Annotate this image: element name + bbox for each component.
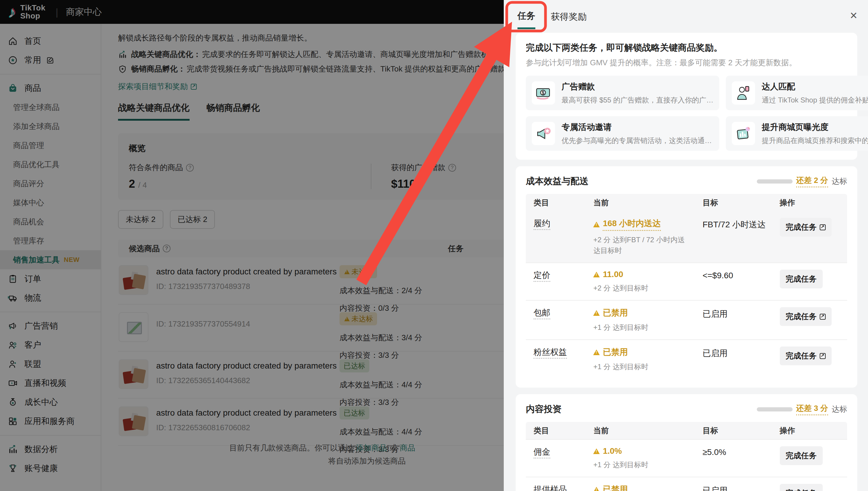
table-row: 佣金 1.0% +1 分 达到目标时 ≥5.0% 完成任务 [526, 439, 847, 477]
reward-card[interactable]: 达人匹配 通过 TikTok Shop 提供的佣金补贴、免费样品… [726, 76, 868, 110]
cost-delivery-table: 类目 当前 目标 操作 履约 168 小时内送达 +2 分 达到FBT / 72… [526, 194, 847, 379]
current-value: 已禁用 [603, 484, 628, 491]
points-hint: +2 分 达到目标时 [593, 283, 692, 293]
reward-description: 最高可获得 $55 的广告赠款，直接存入你的广… [562, 95, 713, 105]
table-header: 类目 当前 目标 操作 [526, 194, 847, 211]
complete-task-button[interactable]: 完成任务 [780, 218, 832, 236]
task-drawer: 任务 获得奖励 × 完成以下两类任务，即可解锁战略关键商品奖励。 参与此计划可增… [504, 0, 868, 491]
reward-icon [732, 122, 755, 145]
points-gap-link[interactable]: 还差 3 分 [796, 403, 828, 415]
points-hint: +1 分 达到目标时 [593, 459, 692, 470]
table-row: 包邮 已禁用 +1 分 达到目标时 已启用 完成任务 [526, 300, 847, 339]
current-value: 168 小时内送达 [603, 218, 661, 231]
reward-icon [532, 122, 555, 145]
points-hint: +1 分 达到目标时 [593, 362, 692, 372]
table-row: 粉丝权益 已禁用 +1 分 达到目标时 已启用 完成任务 [526, 339, 847, 379]
reward-card[interactable]: $ 广告赠款 最高可获得 $55 的广告赠款，直接存入你的广… [526, 76, 719, 110]
close-icon[interactable]: × [850, 9, 857, 22]
progress-bar [757, 407, 792, 411]
external-link-icon [820, 314, 826, 320]
table-row: 定价 11.00 +2 分 达到目标时 <=$9.60 完成任务 [526, 262, 847, 300]
warning-icon [593, 222, 600, 227]
complete-task-button[interactable]: 完成任务 [780, 270, 823, 288]
points-hint: +2 分 达到FBT / 72 小时内送达目标时 [593, 234, 692, 256]
warning-icon [593, 449, 600, 454]
reward-description: 优先参与高曝光的专属营销活动，这类活动通… [562, 136, 712, 145]
target-value: 已启用 [703, 347, 780, 359]
current-value: 11.00 [603, 270, 623, 279]
reward-title: 专属活动邀请 [562, 121, 712, 133]
warning-icon [593, 487, 600, 491]
reward-cards: $ 广告赠款 最高可获得 $55 的广告赠款，直接存入你的广… 达人匹配 通过 … [526, 76, 847, 151]
table-header: 类目 当前 目标 操作 [526, 422, 847, 439]
section-content-investment: 内容投资 还差 3 分 达标 类目 当前 目标 操作 [516, 394, 857, 491]
target-value: FBT/72 小时送达 [703, 218, 780, 230]
external-link-icon [820, 224, 826, 230]
table-row: 提供样品 已禁用 +1 分 达到目标时 已启用 完成任务 [526, 477, 847, 491]
reward-icon [732, 81, 755, 105]
category-label[interactable]: 提供样品 [534, 485, 567, 491]
section-title: 成本效益与配送 [526, 175, 588, 187]
section-cost-delivery: 成本效益与配送 还差 2 分 达标 类目 当前 目标 操作 [516, 166, 857, 387]
target-value: 已启用 [703, 307, 780, 320]
current-value: 已禁用 [603, 307, 628, 318]
section-title: 内容投资 [526, 403, 562, 415]
reward-title: 广告赠款 [562, 81, 713, 92]
category-label[interactable]: 佣金 [534, 447, 550, 459]
modal-dim-overlay[interactable] [0, 0, 504, 491]
current-value: 已禁用 [603, 347, 628, 358]
task-intro-title: 完成以下两类任务，即可解锁战略关键商品奖励。 [526, 42, 847, 54]
target-value: 已启用 [703, 484, 780, 491]
svg-text:$: $ [541, 90, 544, 95]
reward-title: 达人匹配 [762, 81, 868, 92]
category-label[interactable]: 定价 [534, 270, 550, 282]
drawer-tab-tasks[interactable]: 任务 [517, 2, 535, 29]
complete-task-button[interactable]: 完成任务 [780, 446, 823, 465]
category-label[interactable]: 粉丝权益 [534, 347, 567, 359]
complete-task-button[interactable]: 完成任务 [780, 307, 832, 326]
points-hint: +1 分 达到目标时 [593, 322, 692, 333]
task-intro-subtitle: 参与此计划可增加 GMV 提升的概率。注意：最多可能需要 2 天才能更新数据。 [526, 58, 847, 68]
reward-title: 提升商城页曝光度 [762, 121, 868, 133]
content-investment-table: 类目 当前 目标 操作 佣金 1.0% +1 分 达到目标时 [526, 422, 847, 491]
complete-task-button[interactable]: 完成任务 [780, 484, 823, 491]
current-value: 1.0% [603, 446, 622, 456]
target-value: <=$9.60 [703, 270, 780, 280]
app-root: ♪ TikTok Shop | 商家中心 首页常用商品管理全球商品添加全球商品商… [0, 0, 868, 491]
warning-icon [593, 310, 600, 316]
task-intro-card: 完成以下两类任务，即可解锁战略关键商品奖励。 参与此计划可增加 GMV 提升的概… [516, 33, 857, 160]
warning-icon [593, 272, 600, 278]
points-gap-link[interactable]: 还差 2 分 [796, 175, 828, 187]
table-row: 履约 168 小时内送达 +2 分 达到FBT / 72 小时内送达目标时 FB… [526, 211, 847, 262]
category-label[interactable]: 包邮 [534, 308, 550, 319]
drawer-header: 任务 获得奖励 × [504, 0, 868, 31]
category-label[interactable]: 履约 [534, 219, 550, 230]
drawer-tab-rewards[interactable]: 获得奖励 [551, 3, 587, 28]
reward-description: 通过 TikTok Shop 提供的佣金补贴、免费样品… [762, 95, 868, 105]
reward-card[interactable]: 专属活动邀请 优先参与高曝光的专属营销活动，这类活动通… [526, 116, 719, 151]
external-link-icon [820, 353, 826, 359]
reward-icon: $ [532, 81, 555, 105]
progress-bar [757, 179, 792, 183]
target-value: ≥5.0% [703, 446, 780, 457]
warning-icon [593, 349, 600, 355]
reward-description: 提升商品在商城页推荐和搜索中的曝光度，让… [762, 136, 868, 145]
reward-card[interactable]: 提升商城页曝光度 提升商品在商城页推荐和搜索中的曝光度，让… [726, 116, 868, 151]
complete-task-button[interactable]: 完成任务 [780, 347, 832, 365]
